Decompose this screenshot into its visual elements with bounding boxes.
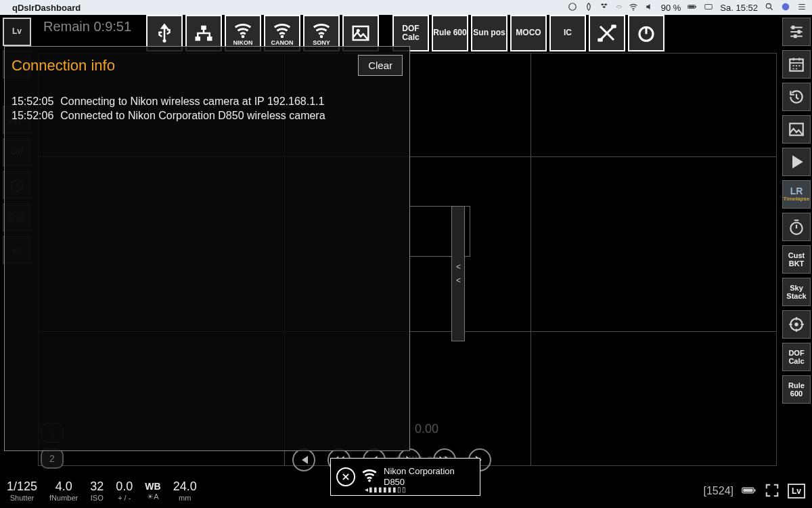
self-timer-button[interactable] bbox=[782, 213, 811, 241]
svg-point-15 bbox=[281, 35, 284, 39]
focus-target-button[interactable] bbox=[782, 310, 811, 339]
skip-back-button[interactable] bbox=[292, 448, 315, 471]
history-icon bbox=[788, 88, 805, 106]
adjustments-sliders-button[interactable] bbox=[782, 18, 811, 46]
svg-rect-32 bbox=[743, 488, 752, 492]
battery-icon[interactable] bbox=[687, 2, 697, 14]
clock-text: Sa. 15:52 bbox=[720, 3, 758, 13]
svg-rect-31 bbox=[754, 489, 756, 491]
wifi-icon[interactable] bbox=[629, 2, 638, 14]
log-msg: Connected to Nikon Corporation D850 wire… bbox=[60, 109, 325, 123]
shutter-label: Shutter bbox=[10, 494, 34, 502]
svg-rect-12 bbox=[196, 37, 201, 41]
exp-comp-control[interactable]: 0.0 + / - bbox=[116, 480, 133, 502]
battery-text: 90 % bbox=[661, 3, 681, 13]
svg-rect-4 bbox=[689, 5, 695, 7]
notification-center-icon[interactable] bbox=[797, 2, 807, 14]
play-icon bbox=[788, 153, 805, 171]
wb-label: ☀A bbox=[147, 492, 158, 501]
mac-menubar: qDslrDashboard ⌔ 90 % Sa. 15:52 bbox=[0, 0, 812, 15]
connection-info-panel: Connection info Clear 15:52:05 Connectin… bbox=[4, 46, 410, 451]
svg-rect-22 bbox=[792, 26, 794, 28]
focal-length-readout: 24.0 mm bbox=[173, 480, 197, 502]
usb-icon bbox=[154, 23, 175, 43]
svg-point-1 bbox=[633, 9, 634, 10]
cust-bkt-button[interactable]: Cust BKT bbox=[782, 245, 811, 274]
log-time: 15:52:06 bbox=[12, 109, 53, 123]
moco-button[interactable]: MOCO bbox=[510, 15, 547, 51]
sky-stack-button[interactable]: Sky Stack bbox=[782, 278, 811, 306]
iso-control[interactable]: 32 ISO bbox=[90, 480, 104, 502]
page-2-badge[interactable]: 2 bbox=[41, 448, 64, 469]
power-button[interactable] bbox=[628, 15, 664, 51]
tools-icon bbox=[597, 23, 617, 43]
image-icon bbox=[788, 121, 805, 138]
volume-icon[interactable] bbox=[645, 2, 654, 14]
creative-cloud-icon[interactable] bbox=[568, 2, 577, 14]
dropbox-icon[interactable] bbox=[600, 2, 610, 14]
aperture-value: 4.0 bbox=[55, 480, 72, 494]
connection-log-row: 15:52:05 Connecting to Nikon wireless ca… bbox=[12, 95, 403, 109]
lv-indicator[interactable]: Lv bbox=[788, 484, 805, 499]
sunpos-button[interactable]: Sun pos bbox=[471, 15, 508, 51]
log-msg: Connecting to Nikon wireless camera at I… bbox=[60, 95, 324, 109]
fullscreen-button[interactable] bbox=[765, 483, 780, 500]
wb-value: WB bbox=[145, 482, 160, 492]
wifi-icon bbox=[272, 20, 292, 40]
settings-button[interactable] bbox=[589, 15, 625, 51]
aperture-control[interactable]: 4.0 fNumber bbox=[49, 480, 78, 502]
exp-comp-value: 0.0 bbox=[116, 480, 133, 494]
dof-calc-side-button[interactable]: DOF Calc bbox=[782, 343, 811, 371]
iso-label: ISO bbox=[91, 494, 104, 502]
close-icon bbox=[341, 472, 351, 482]
device-name: Nikon Corporation D850 bbox=[384, 466, 455, 487]
svg-point-18 bbox=[357, 29, 360, 33]
interval-calendar-button[interactable] bbox=[782, 50, 811, 79]
siri-icon[interactable] bbox=[781, 2, 790, 14]
svg-rect-24 bbox=[794, 35, 796, 37]
shots-remaining: [1524] bbox=[704, 485, 734, 497]
ic-button[interactable]: IC bbox=[549, 15, 586, 51]
focus-slider[interactable]: < < bbox=[451, 206, 465, 341]
svg-point-6 bbox=[766, 3, 771, 8]
app-title: qDslrDashboard bbox=[12, 3, 81, 13]
connection-log-row: 15:52:06 Connected to Nikon Corporation … bbox=[12, 109, 403, 123]
liveview-center-value: 0.00 bbox=[415, 422, 438, 436]
rule600-side-button[interactable]: Rule 600 bbox=[782, 375, 811, 404]
sliders-icon bbox=[788, 23, 805, 41]
power-icon bbox=[636, 23, 656, 43]
gallery-side-button[interactable] bbox=[782, 115, 811, 144]
svg-rect-11 bbox=[201, 26, 206, 30]
textinput-icon[interactable] bbox=[704, 2, 713, 14]
shutter-value: 1/125 bbox=[7, 480, 37, 494]
wifi-icon bbox=[361, 467, 378, 487]
shutter-control[interactable]: 1/125 Shutter bbox=[7, 480, 37, 502]
svg-rect-13 bbox=[207, 37, 212, 41]
wifi-icon bbox=[233, 20, 253, 40]
avira-icon[interactable] bbox=[584, 2, 593, 14]
clear-log-button[interactable]: Clear bbox=[358, 55, 403, 76]
svg-point-29 bbox=[795, 323, 798, 326]
grid-line bbox=[531, 54, 531, 465]
lv-toggle-button[interactable]: Lv bbox=[3, 18, 31, 46]
wb-control[interactable]: WB ☀A bbox=[145, 482, 160, 500]
chevron-left-icon: < bbox=[456, 262, 461, 272]
svg-point-33 bbox=[368, 480, 371, 482]
lrtimelapse-button[interactable]: LR Timelapse bbox=[782, 180, 811, 209]
bluetooth-icon[interactable]: ⌔ bbox=[616, 3, 622, 13]
rule600-top-button[interactable]: Rule 600 bbox=[432, 15, 468, 51]
svg-point-7 bbox=[782, 3, 790, 10]
exp-comp-label: + / - bbox=[118, 494, 131, 502]
svg-rect-3 bbox=[696, 6, 696, 7]
image-icon bbox=[351, 23, 371, 43]
disconnect-button[interactable] bbox=[336, 467, 355, 486]
svg-point-0 bbox=[568, 3, 576, 10]
spotlight-icon[interactable] bbox=[765, 2, 774, 14]
connection-log: 15:52:05 Connecting to Nikon wireless ca… bbox=[12, 95, 403, 123]
iso-value: 32 bbox=[90, 480, 104, 494]
svg-rect-23 bbox=[798, 30, 800, 33]
wifi-icon bbox=[311, 20, 332, 40]
history-button[interactable] bbox=[782, 83, 811, 111]
play-button[interactable] bbox=[782, 148, 811, 176]
svg-rect-19 bbox=[597, 39, 603, 42]
